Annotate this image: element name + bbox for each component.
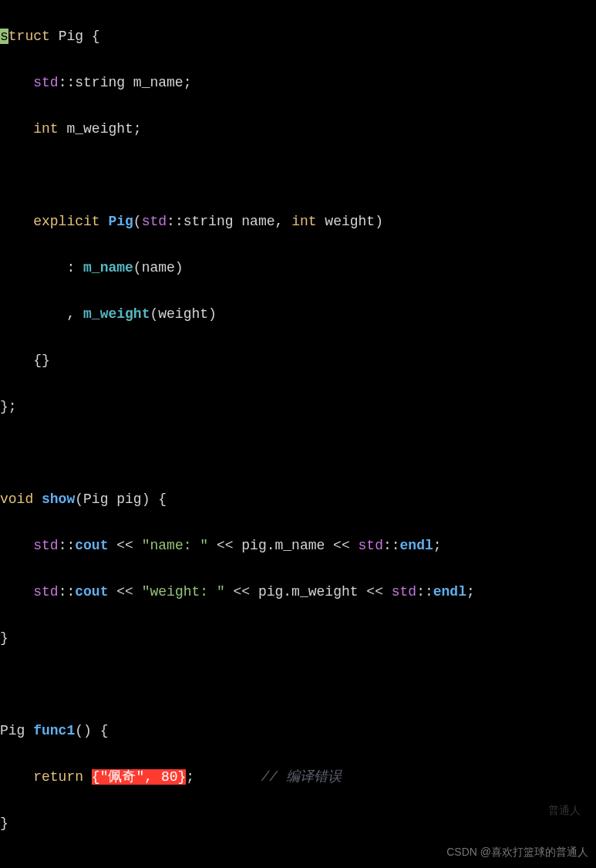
keyword-struct: truct xyxy=(8,29,50,44)
code-line: : m_name(name) xyxy=(0,256,596,279)
code-line: , m_weight(weight) xyxy=(0,302,596,326)
code-line xyxy=(0,164,596,187)
code-line: } xyxy=(0,812,596,835)
code-line: Pig func1() { xyxy=(0,719,596,742)
code-line: } xyxy=(0,627,596,650)
code-line: {} xyxy=(0,349,596,372)
error-highlight: {"佩奇", 80} xyxy=(92,769,186,785)
comment-error: // 编译错误 xyxy=(261,769,342,785)
code-line: return {"佩奇", 80}; // 编译错误 xyxy=(0,765,596,789)
cursor-char: s xyxy=(0,29,8,44)
code-line: }; xyxy=(0,395,596,418)
code-line: void show(Pig pig) { xyxy=(0,488,596,511)
code-editor[interactable]: struct Pig { std::string m_name; int m_w… xyxy=(0,0,596,868)
code-line xyxy=(0,441,596,464)
faint-watermark: 普通人 xyxy=(548,799,581,822)
csdn-watermark: CSDN @喜欢打篮球的普通人 xyxy=(446,840,588,863)
code-line: explicit Pig(std::string name, int weigh… xyxy=(0,210,596,233)
code-line: std::cout << "weight: " << pig.m_weight … xyxy=(0,580,596,603)
code-line: int m_weight; xyxy=(0,117,596,140)
code-line: std::string m_name; xyxy=(0,71,596,94)
code-line: struct Pig { xyxy=(0,25,596,48)
code-line: std::cout << "name: " << pig.m_name << s… xyxy=(0,534,596,557)
code-line xyxy=(0,673,596,696)
